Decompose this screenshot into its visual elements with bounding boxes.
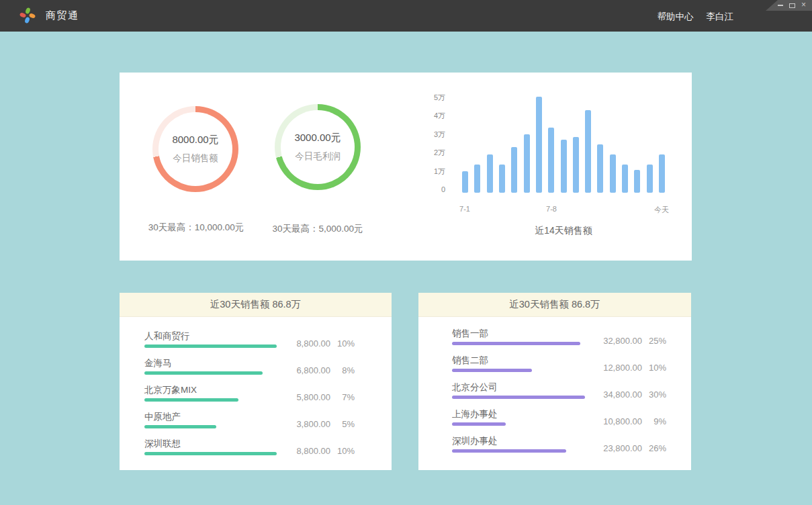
- rank-row: 北京分公司 34,800.0030%: [452, 381, 666, 408]
- rank-row: 销售二部 12,800.0010%: [452, 355, 666, 381]
- today-sales-donut: 8000.00元 今日销售额: [152, 106, 238, 192]
- today-profit-donut: 3000.00元 今日毛利润: [275, 104, 361, 190]
- rank-row: 人和商贸行 8,800.0010%: [144, 330, 355, 357]
- app-title: 商贸通: [46, 9, 79, 22]
- rank-row-amount: 8,800.00: [282, 446, 330, 456]
- rank-row-amount: 3,800.00: [282, 419, 330, 429]
- bar: [573, 137, 579, 193]
- rank-row-amount: 12,800.00: [594, 363, 642, 373]
- bar: [487, 154, 493, 193]
- rank-row-amount: 8,800.00: [282, 338, 330, 349]
- rank-row-percent: 7%: [330, 392, 355, 402]
- bar-chart-bars: [462, 92, 665, 193]
- rank-row-amount: 5,800.00: [282, 392, 330, 402]
- rank-row-bar: [144, 452, 277, 455]
- today-profit-30d-max: 30天最高：5,000.00元: [230, 223, 405, 234]
- bar-chart-title: 近14天销售额: [462, 225, 665, 237]
- rank-row-bar: [452, 449, 566, 453]
- rank-row-amount: 10,800.00: [594, 416, 642, 426]
- y-tick: 5万: [434, 93, 445, 101]
- bar-chart-y-axis: 5万 4万 3万 2万 1万 0: [388, 93, 445, 194]
- rank-row: 北京万象MIX 5,800.007%: [144, 384, 355, 411]
- today-profit-caption: 今日毛利润: [295, 150, 341, 163]
- customer-rank-card: 近30天销售额 86.8万 人和商贸行 8,800.0010% 金海马 6,80…: [120, 293, 392, 470]
- rank-row-bar: [144, 425, 216, 428]
- titlebar-nav: 帮助中心 李白江: [658, 11, 734, 23]
- x-tick: 7-1: [459, 205, 470, 213]
- rank-row-bar: [452, 369, 532, 372]
- rank-row-bar: [452, 396, 585, 399]
- y-tick: 3万: [434, 130, 445, 138]
- rank-row: 深圳办事处 23,800.0026%: [452, 435, 666, 462]
- x-tick: 今天: [654, 205, 669, 215]
- y-tick: 1万: [434, 167, 445, 175]
- rank-row-percent: 5%: [330, 419, 355, 429]
- today-sales-caption: 今日销售额: [173, 152, 218, 165]
- bar: [622, 165, 628, 193]
- rank-row-amount: 6,800.00: [282, 365, 330, 375]
- bar: [597, 144, 603, 193]
- rank-row: 销售一部 32,800.0025%: [452, 328, 666, 355]
- app-window: 商贸通 帮助中心 李白江 × 8000.00元 今日销售额 30天最高：10,0…: [0, 0, 812, 505]
- minimize-icon[interactable]: [778, 5, 783, 6]
- rank-row-bar: [144, 398, 238, 402]
- today-profit-donut-text: 3000.00元 今日毛利润: [275, 104, 361, 190]
- today-sales-amount: 8000.00元: [172, 134, 218, 146]
- rank-row: 深圳联想 8,800.0010%: [144, 438, 355, 465]
- rank-row: 上海办事处 10,800.009%: [452, 408, 666, 435]
- bar: [536, 97, 542, 193]
- rank-row-percent: 26%: [642, 443, 666, 453]
- rank-row-percent: 9%: [642, 416, 666, 426]
- bar: [462, 171, 468, 193]
- today-profit-amount: 3000.00元: [294, 132, 341, 144]
- rank-row-bar: [144, 345, 277, 348]
- x-tick: 7-8: [546, 205, 557, 213]
- rank-row-bar: [452, 422, 506, 426]
- department-rank-card: 近30天销售额 86.8万 销售一部 32,800.0025% 销售二部 12,…: [418, 293, 691, 470]
- bar: [524, 134, 530, 193]
- y-tick: 0: [441, 185, 445, 193]
- rank-row: 中原地产 3,800.005%: [144, 411, 355, 438]
- maximize-icon[interactable]: [789, 3, 795, 8]
- today-sales-donut-text: 8000.00元 今日销售额: [152, 106, 238, 192]
- titlebar: 商贸通 帮助中心 李白江 ×: [0, 0, 812, 32]
- close-icon[interactable]: ×: [801, 1, 806, 9]
- department-rank-list: 销售一部 32,800.0025% 销售二部 12,800.0010% 北京分公…: [418, 317, 691, 462]
- rank-row-percent: 10%: [330, 446, 355, 456]
- rank-row-percent: 30%: [642, 389, 666, 400]
- pinwheel-logo-icon: [19, 7, 36, 24]
- rank-row-percent: 25%: [642, 336, 666, 346]
- rank-row-percent: 10%: [642, 363, 666, 373]
- y-tick: 4万: [434, 111, 445, 120]
- customer-rank-list: 人和商贸行 8,800.0010% 金海马 6,800.008% 北京万象MIX…: [120, 317, 392, 465]
- bar: [634, 170, 640, 193]
- bar: [561, 140, 567, 193]
- rank-row-amount: 32,800.00: [594, 336, 642, 346]
- rank-row-bar: [452, 342, 580, 345]
- help-center-link[interactable]: 帮助中心: [658, 11, 694, 23]
- rank-row-amount: 23,800.00: [594, 443, 642, 453]
- overview-card: 8000.00元 今日销售额 30天最高：10,000.00元 3000.00元…: [120, 73, 692, 261]
- customer-rank-title: 近30天销售额 86.8万: [120, 293, 392, 317]
- bar: [610, 154, 616, 193]
- department-rank-title: 近30天销售额 86.8万: [418, 293, 691, 317]
- bar: [511, 147, 517, 193]
- rank-row-percent: 8%: [330, 365, 355, 375]
- window-controls: ×: [766, 0, 812, 11]
- bar: [585, 110, 591, 193]
- bar: [474, 165, 480, 193]
- bar: [548, 128, 554, 193]
- bar: [659, 154, 665, 193]
- bar: [647, 165, 653, 193]
- rank-row: 金海马 6,800.008%: [144, 357, 355, 384]
- rank-row-bar: [144, 371, 263, 375]
- y-tick: 2万: [434, 148, 445, 156]
- rank-row-percent: 10%: [330, 338, 355, 349]
- bar: [499, 165, 505, 193]
- username-menu[interactable]: 李白江: [707, 11, 734, 23]
- rank-row-amount: 34,800.00: [594, 389, 642, 400]
